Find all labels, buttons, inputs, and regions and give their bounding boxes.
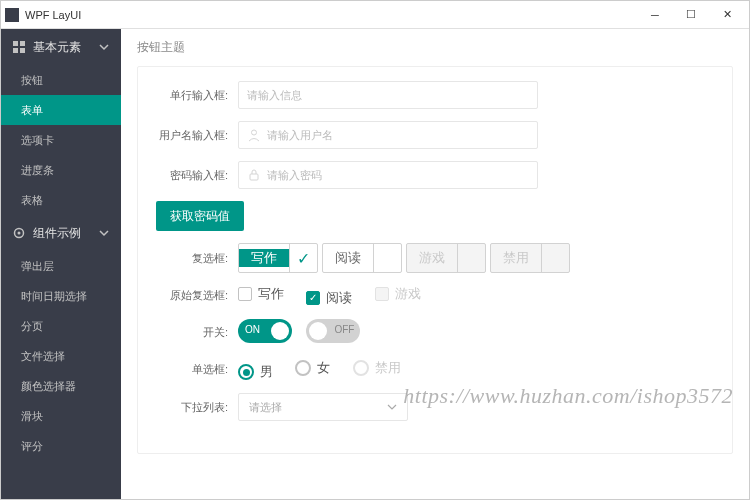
user-input-label: 用户名输入框:: [156, 128, 228, 143]
native-checkbox-write[interactable]: 写作: [238, 285, 284, 303]
check-icon: ✓: [289, 244, 317, 272]
switch-on[interactable]: ON: [238, 319, 292, 343]
sidebar-item-datetime[interactable]: 时间日期选择: [1, 281, 121, 311]
password-input-label: 密码输入框:: [156, 168, 228, 183]
grid-icon: [13, 41, 25, 53]
select-placeholder: 请选择: [249, 400, 282, 415]
radio-male[interactable]: 男: [238, 363, 273, 381]
app-icon: [5, 8, 19, 22]
svg-rect-0: [13, 41, 18, 46]
maximize-button[interactable]: ☐: [673, 1, 709, 28]
sidebar-group-label: 基本元素: [33, 39, 81, 56]
svg-point-5: [18, 232, 21, 235]
user-input[interactable]: [267, 122, 529, 148]
form-card: 单行输入框: 用户名输入框: 密码输入框:: [137, 66, 733, 454]
chevron-down-icon: [387, 402, 397, 412]
sidebar-item-button[interactable]: 按钮: [1, 65, 121, 95]
titlebar: WPF LayUI ─ ☐ ✕: [1, 1, 749, 29]
checkbox-game: 游戏: [406, 243, 486, 273]
native-checkbox-game: 游戏: [375, 285, 421, 303]
switch-label: 开关:: [156, 325, 228, 340]
checkbox-read[interactable]: 阅读: [322, 243, 402, 273]
radio-disabled: 禁用: [353, 359, 401, 377]
radio-label: 单选框:: [156, 362, 228, 377]
svg-rect-2: [13, 48, 18, 53]
minimize-button[interactable]: ─: [637, 1, 673, 28]
svg-point-6: [252, 130, 257, 135]
native-checkbox-read[interactable]: ✓阅读: [306, 289, 352, 307]
single-input[interactable]: [238, 81, 538, 109]
svg-rect-3: [20, 48, 25, 53]
main-content: 按钮主题 单行输入框: 用户名输入框: 密码输入框:: [121, 29, 749, 499]
chevron-down-icon: [99, 228, 109, 238]
lock-icon: [247, 168, 261, 182]
svg-rect-7: [250, 174, 258, 180]
select-dropdown[interactable]: 请选择: [238, 393, 408, 421]
get-password-button[interactable]: 获取密码值: [156, 201, 244, 231]
page-heading: 按钮主题: [137, 39, 733, 56]
svg-rect-1: [20, 41, 25, 46]
switch-off[interactable]: OFF: [306, 319, 360, 343]
single-input-label: 单行输入框:: [156, 88, 228, 103]
sidebar-item-pager[interactable]: 分页: [1, 311, 121, 341]
sidebar-item-tabs[interactable]: 选项卡: [1, 125, 121, 155]
native-checkbox-label: 原始复选框:: [156, 288, 228, 303]
sidebar-item-file[interactable]: 文件选择: [1, 341, 121, 371]
gear-icon: [13, 227, 25, 239]
sidebar-item-progress[interactable]: 进度条: [1, 155, 121, 185]
sidebar: 基本元素 按钮 表单 选项卡 进度条 表格 组件示例 弹出层 时间日期选择 分页…: [1, 29, 121, 499]
sidebar-group-components[interactable]: 组件示例: [1, 215, 121, 251]
sidebar-item-rate[interactable]: 评分: [1, 431, 121, 461]
sidebar-group-label: 组件示例: [33, 225, 81, 242]
radio-female[interactable]: 女: [295, 359, 330, 377]
sidebar-item-table[interactable]: 表格: [1, 185, 121, 215]
sidebar-item-color[interactable]: 颜色选择器: [1, 371, 121, 401]
select-label: 下拉列表:: [156, 400, 228, 415]
sidebar-item-form[interactable]: 表单: [1, 95, 121, 125]
password-input[interactable]: [267, 162, 529, 188]
checkbox-write[interactable]: 写作✓: [238, 243, 318, 273]
checkbox-label: 复选框:: [156, 251, 228, 266]
sidebar-item-layer[interactable]: 弹出层: [1, 251, 121, 281]
chevron-down-icon: [99, 42, 109, 52]
user-icon: [247, 128, 261, 142]
sidebar-item-slider[interactable]: 滑块: [1, 401, 121, 431]
sidebar-group-basic[interactable]: 基本元素: [1, 29, 121, 65]
window-title: WPF LayUI: [25, 9, 637, 21]
checkbox-disabled: 禁用: [490, 243, 570, 273]
close-button[interactable]: ✕: [709, 1, 745, 28]
